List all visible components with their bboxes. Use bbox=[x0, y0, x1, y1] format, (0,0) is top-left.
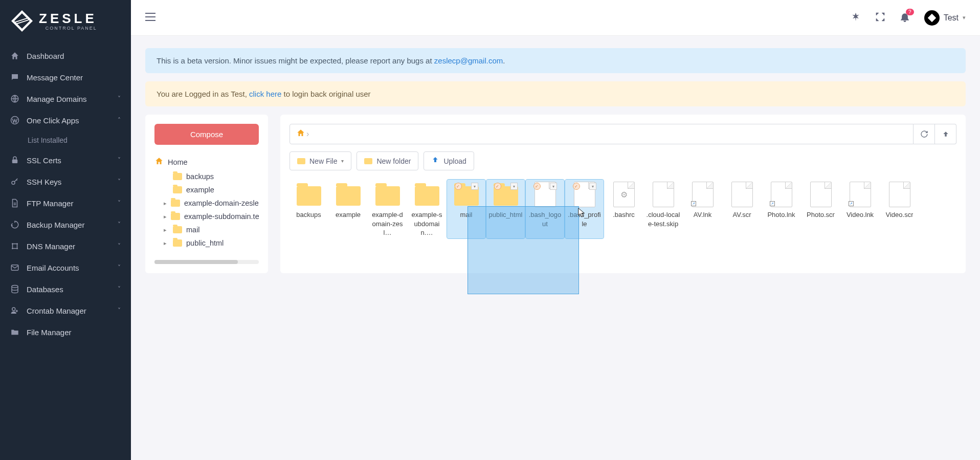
svg-point-13 bbox=[12, 286, 18, 288]
files-grid[interactable]: backupsexampleexample-domain-zesl…exampl… bbox=[289, 180, 956, 238]
svg-point-10 bbox=[12, 248, 13, 249]
tree-scrollbar[interactable] bbox=[154, 260, 259, 264]
file-item[interactable]: .cloud-locale-test.skip bbox=[644, 180, 682, 238]
leaf-icon[interactable] bbox=[851, 12, 861, 24]
fullscreen-icon[interactable] bbox=[875, 12, 885, 24]
sidebar-item-dashboard[interactable]: Dashboard bbox=[0, 45, 131, 67]
sidebar-item-ssh-keys[interactable]: SSH Keys˅ bbox=[0, 171, 131, 192]
alert-login-link[interactable]: click here bbox=[249, 90, 281, 98]
notification-badge: ? bbox=[906, 9, 914, 15]
avatar bbox=[924, 10, 940, 26]
svg-rect-6 bbox=[12, 160, 18, 164]
tree-label: mail bbox=[186, 226, 200, 234]
menu-toggle-icon[interactable] bbox=[145, 12, 155, 24]
sidebar-item-file-manager[interactable]: File Manager bbox=[0, 321, 131, 343]
dropdown-corner[interactable]: ▾ bbox=[510, 183, 518, 190]
file-item[interactable]: ↗Video.lnk bbox=[841, 180, 879, 238]
folder-icon bbox=[297, 186, 321, 206]
sidebar-item-label: Email Accounts bbox=[27, 264, 79, 272]
file-item[interactable]: example bbox=[329, 180, 367, 238]
file-item[interactable]: ↗Photo.lnk bbox=[762, 180, 800, 238]
file-manager: Compose Home backupsexample▸example-doma… bbox=[145, 115, 966, 273]
folder-icon bbox=[171, 200, 180, 207]
tree-item[interactable]: ▸public_html bbox=[164, 236, 259, 250]
upload-button[interactable]: Upload bbox=[424, 151, 474, 170]
file-item[interactable]: AV.scr bbox=[723, 180, 761, 238]
file-item[interactable]: ▾✓public_html bbox=[486, 180, 525, 238]
sidebar-item-email-accounts[interactable]: Email Accounts˅ bbox=[0, 257, 131, 278]
tree-item[interactable]: ▸example-subdomain.test bbox=[164, 210, 259, 223]
new-file-button[interactable]: New File▾ bbox=[289, 151, 351, 170]
lock-icon bbox=[10, 156, 19, 165]
path-bar[interactable]: › bbox=[289, 124, 914, 144]
file-tree-panel: Compose Home backupsexample▸example-doma… bbox=[145, 115, 268, 273]
user-menu[interactable]: Test ▾ bbox=[924, 10, 966, 26]
file-label: Photo.lnk bbox=[767, 210, 795, 220]
tree-item[interactable]: ▸mail bbox=[164, 223, 259, 236]
file-item[interactable]: backups bbox=[289, 180, 328, 238]
file-item[interactable]: ▾✓mail bbox=[447, 180, 485, 238]
sidebar-item-one-click-apps[interactable]: One Click Apps˄ bbox=[0, 109, 131, 131]
dropdown-corner[interactable]: ▾ bbox=[471, 183, 478, 190]
wordpress-icon bbox=[10, 116, 19, 125]
sidebar-item-ftp-manager[interactable]: FTP Manager˅ bbox=[0, 192, 131, 214]
sidebar-item-label: SSL Certs bbox=[27, 156, 61, 165]
sidebar-item-label: One Click Apps bbox=[27, 116, 79, 125]
cron-icon bbox=[10, 306, 19, 315]
alert-text: You are Logged in as Test, bbox=[157, 90, 249, 98]
alert-email-link[interactable]: zeslecp@gmail.com bbox=[434, 56, 503, 65]
file-item[interactable]: Photo.scr bbox=[801, 180, 840, 238]
file-icon bbox=[810, 182, 832, 207]
sidebar-item-label: Manage Domains bbox=[27, 95, 87, 103]
tree-item[interactable]: ▸example-domain-zeslecp bbox=[164, 196, 259, 210]
folder-icon bbox=[415, 186, 439, 206]
notification-icon[interactable]: ? bbox=[900, 12, 910, 24]
file-item[interactable]: example-domain-zesl… bbox=[368, 180, 407, 238]
up-button[interactable] bbox=[935, 124, 956, 144]
svg-point-8 bbox=[12, 243, 13, 245]
folder-icon bbox=[375, 186, 400, 206]
check-badge: ✓ bbox=[494, 183, 501, 190]
file-item[interactable]: Video.scr bbox=[880, 180, 919, 238]
shortcut-badge: ↗ bbox=[849, 201, 854, 206]
svg-marker-18 bbox=[927, 13, 936, 21]
tree-item[interactable]: backups bbox=[164, 170, 259, 183]
user-name: Test bbox=[944, 13, 959, 23]
file-label: backups bbox=[296, 210, 321, 220]
brand-title: ZESLE bbox=[39, 12, 97, 25]
sidebar-subitem[interactable]: List Installed bbox=[0, 131, 131, 149]
shortcut-badge: ↗ bbox=[691, 201, 696, 206]
main-column: ? Test ▾ This is a beta version. Minor i… bbox=[131, 0, 980, 460]
tree-label: Home bbox=[168, 158, 188, 166]
file-item[interactable]: example-subdomain.… bbox=[408, 180, 446, 238]
sidebar-item-ssl-certs[interactable]: SSL Certs˅ bbox=[0, 149, 131, 171]
file-item[interactable]: ▾✓.bash_logout bbox=[526, 180, 564, 238]
sidebar-item-manage-domains[interactable]: Manage Domains˅ bbox=[0, 88, 131, 109]
dropdown-corner[interactable]: ▾ bbox=[589, 183, 596, 190]
sidebar: ZESLE CONTROL PANEL DashboardMessage Cen… bbox=[0, 0, 131, 460]
sidebar-item-message-center[interactable]: Message Center bbox=[0, 67, 131, 88]
sidebar-item-label: DNS Manager bbox=[27, 242, 75, 251]
sidebar-item-backup-manager[interactable]: Backup Manager˅ bbox=[0, 214, 131, 235]
dropdown-corner[interactable]: ▾ bbox=[550, 183, 557, 190]
file-item[interactable]: .bashrc bbox=[605, 180, 643, 238]
file-item[interactable]: ↗AV.lnk bbox=[683, 180, 722, 238]
tree-item[interactable]: example bbox=[164, 183, 259, 196]
file-icon bbox=[10, 199, 19, 208]
chevron-down-icon: ˅ bbox=[118, 157, 121, 164]
file-label: Video.lnk bbox=[847, 210, 874, 220]
sidebar-item-dns-manager[interactable]: DNS Manager˅ bbox=[0, 235, 131, 257]
sidebar-item-crontab-manager[interactable]: Crontab Manager˅ bbox=[0, 300, 131, 321]
new-folder-button[interactable]: New folder bbox=[357, 151, 418, 170]
file-item[interactable]: ▾✓.bash_profile bbox=[565, 180, 604, 238]
upload-icon bbox=[431, 156, 439, 166]
tree-label: example bbox=[186, 186, 214, 194]
tree-home[interactable]: Home bbox=[154, 154, 259, 170]
expand-icon: ▸ bbox=[164, 227, 169, 233]
chevron-down-icon: ▾ bbox=[963, 14, 966, 21]
compose-button[interactable]: Compose bbox=[154, 124, 259, 145]
file-grid-panel: › New File▾ New folder Upload backupsexa… bbox=[280, 115, 966, 273]
chevron-down-icon: ˅ bbox=[118, 243, 121, 250]
sidebar-item-databases[interactable]: Databases˅ bbox=[0, 278, 131, 300]
refresh-button[interactable] bbox=[914, 124, 935, 144]
